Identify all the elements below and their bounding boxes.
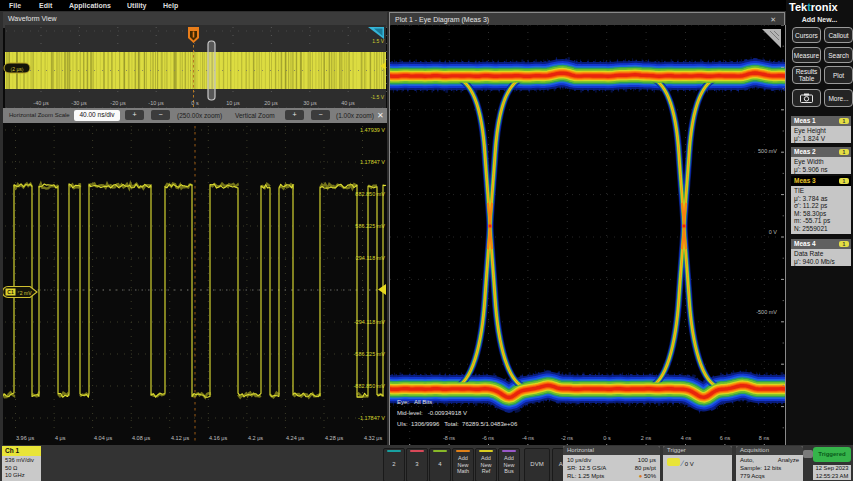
svg-text:294.118 mV: 294.118 mV xyxy=(356,255,386,261)
svg-text:3.96 μs: 3.96 μs xyxy=(16,435,34,441)
svg-text:-586.225 mV: -586.225 mV xyxy=(354,351,386,357)
svg-text:0 s: 0 s xyxy=(191,100,199,106)
svg-text:1.5 V: 1.5 V xyxy=(372,38,384,44)
svg-text:-294.118 mV: -294.118 mV xyxy=(354,319,385,325)
svg-text:-1.5 V: -1.5 V xyxy=(371,94,385,100)
svg-text:20 μs: 20 μs xyxy=(264,100,278,106)
svg-text:0 V: 0 V xyxy=(769,229,778,235)
svg-text:8 ns: 8 ns xyxy=(759,435,770,441)
svg-text:2 ns: 2 ns xyxy=(641,435,652,441)
svg-text:4.28 μs: 4.28 μs xyxy=(325,435,343,441)
svg-text:4.16 μs: 4.16 μs xyxy=(209,435,227,441)
svg-text:C1: C1 xyxy=(7,289,14,295)
svg-text:40 μs: 40 μs xyxy=(341,100,355,106)
svg-text:1.17847 V: 1.17847 V xyxy=(360,159,385,165)
svg-text:-6 ns: -6 ns xyxy=(482,435,494,441)
svg-text:-40 μs: -40 μs xyxy=(33,100,49,106)
svg-text:4.04 μs: 4.04 μs xyxy=(94,435,112,441)
svg-text:-1.17847 V: -1.17847 V xyxy=(358,415,385,421)
svg-text:4.24 μs: 4.24 μs xyxy=(286,435,304,441)
svg-text:-882.850 mV: -882.850 mV xyxy=(354,383,386,389)
svg-text:4 μs: 4 μs xyxy=(55,435,66,441)
svg-text:4.32 μs: 4.32 μs xyxy=(364,435,382,441)
svg-text:882.850 mV: 882.850 mV xyxy=(355,191,385,197)
svg-text:〈2 μs〉: 〈2 μs〉 xyxy=(11,66,24,72)
svg-text:-2 ns: -2 ns xyxy=(561,435,573,441)
svg-text:1.47939 V: 1.47939 V xyxy=(360,127,385,133)
svg-text:0 s: 0 s xyxy=(603,435,611,441)
svg-text:-20 μs: -20 μs xyxy=(110,100,126,106)
svg-text:Eye: All Bits: Eye: All Bits xyxy=(397,399,432,405)
svg-text:4 ns: 4 ns xyxy=(681,435,692,441)
svg-text:4.12 μs: 4.12 μs xyxy=(171,435,189,441)
svg-text:4.2 μs: 4.2 μs xyxy=(248,435,263,441)
svg-text:4.08 μs: 4.08 μs xyxy=(132,435,150,441)
svg-text:586.225 mV: 586.225 mV xyxy=(355,223,385,229)
svg-text:6 ns: 6 ns xyxy=(720,435,731,441)
svg-text:-8 ns: -8 ns xyxy=(443,435,455,441)
svg-text:-30 μs: -30 μs xyxy=(71,100,87,106)
svg-text:-10 μs: -10 μs xyxy=(148,100,164,106)
svg-text:-500 mV: -500 mV xyxy=(756,309,777,315)
svg-text:⌜2 mV: ⌜2 mV xyxy=(18,290,33,296)
svg-text:Mid-level: -0.00934918 V: Mid-level: -0.00934918 V xyxy=(397,410,467,416)
svg-text:500 mV: 500 mV xyxy=(758,148,777,154)
svg-text:UIs: 1306/9996 Total: 7628: UIs: 1306/9996 Total: 76289.5/1.0483e+06 xyxy=(397,421,518,427)
svg-text:30 μs: 30 μs xyxy=(303,100,317,106)
svg-text:10 μs: 10 μs xyxy=(226,100,240,106)
svg-text:-4 ns: -4 ns xyxy=(522,435,534,441)
